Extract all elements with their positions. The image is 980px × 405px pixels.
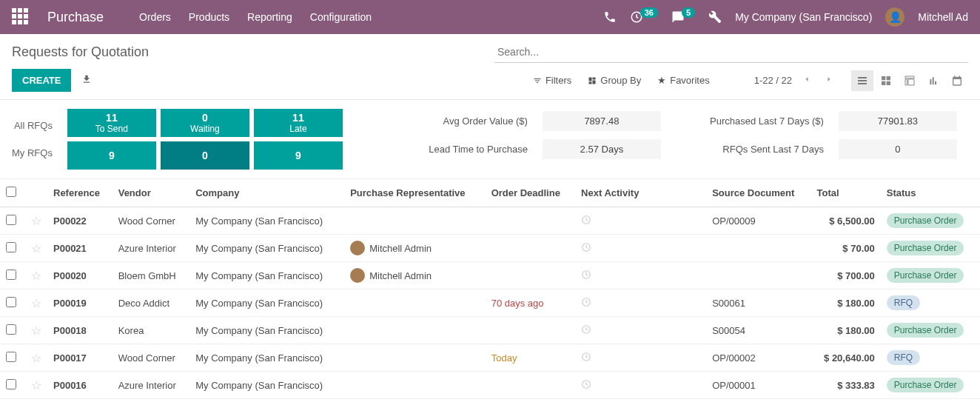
col-vendor[interactable]: Vendor — [113, 179, 190, 207]
col-company[interactable]: Company — [189, 179, 344, 207]
dash-all-tosend[interactable]: 11To Send — [67, 109, 156, 137]
nav-configuration[interactable]: Configuration — [310, 11, 372, 23]
activity-clock-icon[interactable] — [581, 326, 591, 337]
status-badge: Purchase Order — [887, 323, 964, 338]
cell-rep — [344, 344, 486, 372]
cell-deadline: 70 days ago — [486, 289, 575, 317]
activity-clock-icon[interactable] — [581, 353, 591, 364]
dash-all-late[interactable]: 11Late — [254, 109, 343, 137]
star-icon[interactable]: ☆ — [31, 352, 41, 364]
rep-name: Mitchell Admin — [369, 243, 432, 254]
activity-clock-icon[interactable] — [581, 298, 591, 309]
table-row[interactable]: ☆ P00015 Wood Corner My Company (San Fra… — [0, 399, 980, 406]
user-name[interactable]: Mitchell Ad — [918, 11, 968, 23]
cell-rep: Mitchell Admin — [344, 235, 486, 262]
cell-status: Purchase Order — [881, 235, 980, 262]
favorites-button[interactable]: ★ Favorites — [657, 75, 709, 86]
col-rep[interactable]: Purchase Representative — [344, 179, 486, 207]
col-status[interactable]: Status — [881, 179, 980, 207]
cell-deadline — [486, 399, 575, 406]
cell-total: $ 70.00 — [811, 235, 881, 262]
table-row[interactable]: ☆ P00017 Wood Corner My Company (San Fra… — [0, 344, 980, 372]
cell-rep — [344, 289, 486, 317]
chat-indicator[interactable]: 5 — [671, 10, 695, 24]
col-activity[interactable]: Next Activity — [575, 179, 706, 207]
star-icon[interactable]: ☆ — [31, 270, 41, 282]
cell-total: $ 333.83 — [811, 372, 881, 399]
cell-deadline — [486, 317, 575, 344]
pager-prev-icon[interactable] — [799, 72, 814, 89]
download-icon[interactable] — [81, 74, 92, 87]
row-checkbox[interactable] — [6, 270, 16, 280]
view-list-icon[interactable] — [851, 70, 873, 91]
cell-status: Purchase Order — [881, 399, 980, 406]
cell-vendor: Wood Corner — [113, 344, 190, 372]
cell-deadline — [486, 235, 575, 262]
table-row[interactable]: ☆ P00021 Azure Interior My Company (San … — [0, 235, 980, 262]
table-row[interactable]: ☆ P00019 Deco Addict My Company (San Fra… — [0, 289, 980, 317]
view-kanban-icon[interactable] — [875, 70, 897, 91]
pager-next-icon[interactable] — [822, 72, 836, 89]
row-checkbox[interactable] — [6, 379, 16, 389]
dash-my-tosend[interactable]: 9 — [67, 141, 156, 170]
cell-activity: Send shipping details — [575, 399, 706, 406]
table-row[interactable]: ☆ P00018 Korea My Company (San Francisco… — [0, 317, 980, 344]
cell-reference: P00017 — [47, 344, 113, 372]
table-header-row: Reference Vendor Company Purchase Repres… — [0, 179, 980, 207]
groupby-label: Group By — [600, 75, 641, 86]
row-checkbox[interactable] — [6, 215, 16, 225]
star-icon[interactable]: ☆ — [31, 379, 41, 392]
nav-reporting[interactable]: Reporting — [247, 11, 292, 23]
nav-links: Orders Products Reporting Configuration — [139, 11, 372, 23]
cell-total: $ 6,500.00 — [811, 207, 881, 235]
tools-icon[interactable] — [708, 10, 722, 24]
user-avatar[interactable]: 👤 — [885, 7, 905, 27]
activity-clock-icon[interactable] — [581, 271, 591, 282]
row-checkbox[interactable] — [6, 242, 16, 252]
filters-button[interactable]: Filters — [533, 75, 571, 86]
activity-indicator[interactable]: 36 — [630, 10, 658, 24]
col-deadline[interactable]: Order Deadline — [486, 179, 575, 207]
phone-icon[interactable] — [603, 10, 617, 24]
view-calendar-icon[interactable] — [946, 70, 968, 91]
activity-clock-icon[interactable] — [581, 244, 591, 255]
view-graph-icon[interactable] — [922, 70, 944, 91]
cell-status: Purchase Order — [881, 262, 980, 289]
metric-label-avg: Avg Order Value ($) — [395, 116, 528, 127]
metric-label-purchased7: Purchased Last 7 Days ($) — [676, 116, 824, 127]
dash-all-waiting[interactable]: 0Waiting — [161, 109, 249, 137]
select-all-checkbox[interactable] — [6, 187, 16, 197]
nav-products[interactable]: Products — [189, 11, 229, 23]
col-total[interactable]: Total — [811, 179, 881, 207]
view-pivot-icon[interactable] — [899, 70, 921, 91]
col-reference[interactable]: Reference — [47, 179, 113, 207]
row-checkbox[interactable] — [6, 297, 16, 307]
dash-my-late[interactable]: 9 — [254, 141, 343, 170]
star-icon[interactable]: ☆ — [31, 297, 41, 309]
table-row[interactable]: ☆ P00020 Bloem GmbH My Company (San Fran… — [0, 262, 980, 289]
activity-clock-icon[interactable] — [581, 381, 591, 392]
star-icon[interactable]: ☆ — [31, 242, 41, 255]
cell-deadline — [486, 207, 575, 235]
star-icon[interactable]: ☆ — [31, 324, 41, 337]
col-source[interactable]: Source Document — [706, 179, 810, 207]
row-checkbox[interactable] — [6, 352, 16, 362]
table-row[interactable]: ☆ P00022 Wood Corner My Company (San Fra… — [0, 207, 980, 235]
create-button[interactable]: CREATE — [12, 69, 71, 92]
cell-company: My Company (San Francisco) — [189, 399, 344, 406]
cell-status: RFQ — [881, 289, 980, 317]
control-row-header: Requests for Quotation — [0, 34, 980, 63]
row-checkbox[interactable] — [6, 324, 16, 335]
table-row[interactable]: ☆ P00016 Azure Interior My Company (San … — [0, 372, 980, 399]
nav-orders[interactable]: Orders — [139, 11, 171, 23]
star-icon[interactable]: ☆ — [31, 215, 41, 227]
groupby-button[interactable]: Group By — [588, 75, 641, 86]
top-nav: Purchase Orders Products Reporting Confi… — [0, 0, 980, 34]
metric-value-purchased7: 77901.83 — [839, 111, 957, 131]
search-input[interactable] — [494, 41, 968, 62]
company-selector[interactable]: My Company (San Francisco) — [735, 11, 872, 23]
apps-menu-icon[interactable] — [12, 8, 30, 26]
activity-clock-icon[interactable] — [581, 216, 591, 227]
dash-my-waiting[interactable]: 0 — [161, 141, 249, 170]
pager-text[interactable]: 1-22 / 22 — [754, 75, 792, 86]
